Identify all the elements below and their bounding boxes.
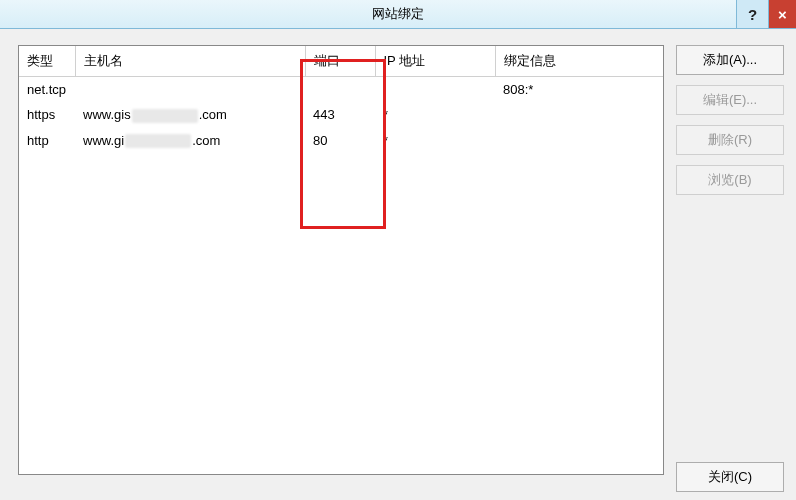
dialog-body: 类型 主机名 端口 IP 地址 绑定信息 net.tcp808:*httpsww… xyxy=(0,29,796,500)
cell-bind xyxy=(495,128,663,154)
edit-button: 编辑(E)... xyxy=(676,85,784,115)
window-close-button[interactable]: × xyxy=(768,0,796,28)
col-header-ip[interactable]: IP 地址 xyxy=(375,46,495,77)
table-row[interactable]: httpswww.gis.com443* xyxy=(19,102,663,128)
cell-type: https xyxy=(19,102,75,128)
col-header-host[interactable]: 主机名 xyxy=(75,46,305,77)
cell-ip: * xyxy=(375,128,495,154)
close-row: 关闭(C) xyxy=(676,462,784,492)
browse-button: 浏览(B) xyxy=(676,165,784,195)
help-button[interactable]: ? xyxy=(736,0,768,28)
cell-port xyxy=(305,77,375,103)
cell-bind xyxy=(495,102,663,128)
table-header-row: 类型 主机名 端口 IP 地址 绑定信息 xyxy=(19,46,663,77)
cell-type: http xyxy=(19,128,75,154)
cell-port: 443 xyxy=(305,102,375,128)
col-header-type[interactable]: 类型 xyxy=(19,46,75,77)
remove-button: 删除(R) xyxy=(676,125,784,155)
cell-type: net.tcp xyxy=(19,77,75,103)
col-header-bind[interactable]: 绑定信息 xyxy=(495,46,663,77)
add-button[interactable]: 添加(A)... xyxy=(676,45,784,75)
dialog-title: 网站绑定 xyxy=(372,5,424,23)
cell-host xyxy=(75,77,305,103)
side-buttons: 添加(A)... 编辑(E)... 删除(R) 浏览(B) xyxy=(676,45,784,475)
content-area: 类型 主机名 端口 IP 地址 绑定信息 net.tcp808:*httpsww… xyxy=(18,45,784,475)
cell-host: www.gis.com xyxy=(75,102,305,128)
col-header-port[interactable]: 端口 xyxy=(305,46,375,77)
cell-port: 80 xyxy=(305,128,375,154)
cell-bind: 808:* xyxy=(495,77,663,103)
table-row[interactable]: net.tcp808:* xyxy=(19,77,663,103)
censored-segment xyxy=(132,109,198,123)
bindings-table-wrap: 类型 主机名 端口 IP 地址 绑定信息 net.tcp808:*httpsww… xyxy=(18,45,664,475)
close-button[interactable]: 关闭(C) xyxy=(676,462,784,492)
title-buttons: ? × xyxy=(736,0,796,28)
censored-segment xyxy=(125,134,191,148)
table-row[interactable]: httpwww.gi.com80* xyxy=(19,128,663,154)
cell-ip xyxy=(375,77,495,103)
bindings-table[interactable]: 类型 主机名 端口 IP 地址 绑定信息 net.tcp808:*httpsww… xyxy=(19,46,663,153)
cell-ip: * xyxy=(375,102,495,128)
cell-host: www.gi.com xyxy=(75,128,305,154)
dialog-titlebar: 网站绑定 ? × xyxy=(0,0,796,29)
